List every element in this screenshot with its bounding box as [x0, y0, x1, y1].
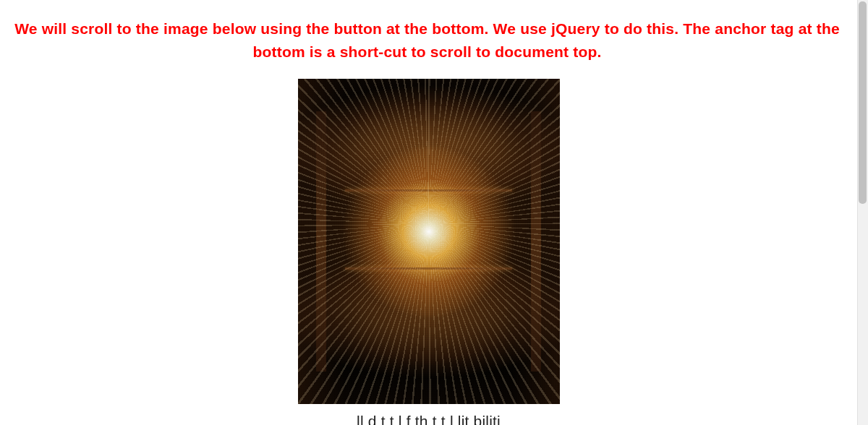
image-container	[0, 79, 857, 404]
partial-secondary-text: ll d t t l f th t t l lit biliti	[0, 410, 857, 426]
vertical-scrollbar[interactable]	[857, 0, 868, 425]
intro-paragraph: We will scroll to the image below using …	[0, 17, 857, 63]
scrollbar-thumb[interactable]	[859, 1, 867, 204]
main-image	[298, 79, 560, 404]
